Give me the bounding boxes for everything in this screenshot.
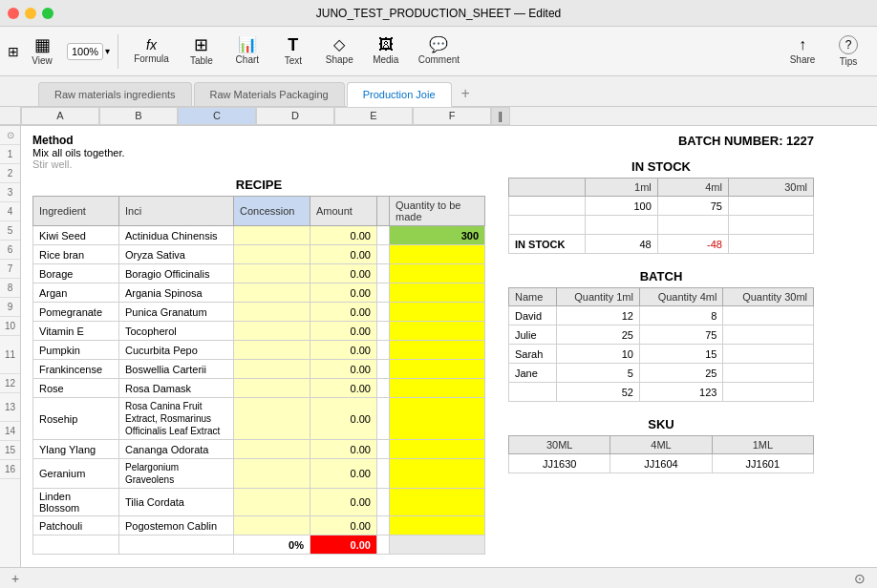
tab-raw-materials[interactable]: Raw materials ingredients [38, 82, 192, 106]
inci-kiwi[interactable]: Actinidua Chinensis [119, 226, 234, 245]
recipe-row-14[interactable]: Linden Blossom Tilia Cordata 0.00 [33, 489, 485, 516]
concession-pumpkin[interactable] [234, 341, 310, 360]
qty-rice[interactable] [390, 245, 485, 264]
inci-borage[interactable]: Boragio Officinalis [119, 264, 234, 284]
ingredient-ylang[interactable]: Ylang Ylang [33, 440, 119, 459]
recipe-row-13[interactable]: Geranium Pelargonium Graveolens 0.00 [33, 459, 485, 489]
amount-borage[interactable]: 0.00 [310, 264, 377, 284]
qty-rose[interactable] [390, 379, 485, 398]
recipe-row-2[interactable]: Kiwi Seed Actinidua Chinensis 0.00 300 [33, 226, 485, 245]
concession-borage[interactable] [234, 264, 310, 284]
inci-pomegranate[interactable]: Punica Granatum [119, 303, 234, 322]
recipe-row-9[interactable]: Frankincense Boswellia Carterii 0.00 [33, 360, 485, 379]
inci-geranium[interactable]: Pelargonium Graveolens [119, 459, 234, 489]
inci-rosehip[interactable]: Rosa Canina Fruit Extract, Rosmarinus Of… [119, 398, 234, 440]
inci-rice[interactable]: Oryza Sativa [119, 245, 234, 264]
col-header-B[interactable]: B [99, 107, 178, 125]
zoom-value[interactable]: 100% [67, 43, 103, 60]
amount-geranium[interactable]: 0.00 [310, 459, 377, 489]
inci-patchouli[interactable]: Pogostemon Cablin [119, 516, 234, 536]
inci-argan[interactable]: Argania Spinosa [119, 284, 234, 303]
ingredient-total[interactable] [33, 536, 119, 555]
inci-total[interactable] [119, 536, 234, 555]
recipe-row-16[interactable]: 0% 0.00 [33, 536, 485, 555]
amount-total[interactable]: 0.00 [310, 536, 377, 555]
zoom-display[interactable]: 100% ▾ [67, 43, 110, 60]
ingredient-borage[interactable]: Borage [33, 264, 119, 284]
qty-borage[interactable] [390, 264, 485, 284]
col-header-C[interactable]: C [178, 107, 256, 125]
concession-rice[interactable] [234, 245, 310, 264]
recipe-row-11[interactable]: Rosehip Rosa Canina Fruit Extract, Rosma… [33, 398, 485, 440]
amount-patchouli[interactable]: 0.00 [310, 516, 377, 536]
qty-argan[interactable] [390, 284, 485, 303]
scroll-indicator[interactable]: ⊙ [854, 571, 866, 586]
maximize-button[interactable] [42, 8, 53, 19]
tab-packaging[interactable]: Raw Materials Packaging [194, 82, 345, 106]
concession-frankincense[interactable] [234, 360, 310, 379]
view-button[interactable]: ▦ View [21, 32, 63, 70]
concession-patchouli[interactable] [234, 516, 310, 536]
concession-argan[interactable] [234, 284, 310, 303]
close-button[interactable] [8, 8, 19, 19]
ingredient-vitamine[interactable]: Vitamin E [33, 322, 119, 341]
media-button[interactable]: 🖼 Media [365, 33, 407, 69]
qty-pomegranate[interactable] [390, 303, 485, 322]
amount-frankincense[interactable]: 0.00 [310, 360, 377, 379]
qty-linden[interactable] [390, 489, 485, 516]
amount-vitamine[interactable]: 0.00 [310, 322, 377, 341]
table-button[interactable]: ⊞ Table [181, 32, 223, 70]
recipe-row-10[interactable]: Rose Rosa Damask 0.00 [33, 379, 485, 398]
ingredient-rice[interactable]: Rice bran [33, 245, 119, 264]
amount-rose[interactable]: 0.00 [310, 379, 377, 398]
col-header-E[interactable]: E [334, 107, 413, 125]
qty-ylang[interactable] [390, 440, 485, 459]
tips-button[interactable]: ? Tips [827, 32, 869, 71]
formula-button[interactable]: fx Formula [126, 34, 177, 68]
amount-argan[interactable]: 0.00 [310, 284, 377, 303]
share-button[interactable]: ↑ Share [781, 33, 824, 69]
qty-geranium[interactable] [390, 459, 485, 489]
concession-linden[interactable] [234, 489, 310, 516]
inci-frankincense[interactable]: Boswellia Carterii [119, 360, 234, 379]
ingredient-frankincense[interactable]: Frankincense [33, 360, 119, 379]
col-header-A[interactable]: A [21, 107, 99, 125]
inci-pumpkin[interactable]: Cucurbita Pepo [119, 341, 234, 360]
ingredient-kiwi[interactable]: Kiwi Seed [33, 226, 119, 245]
sheet-content[interactable]: Method Mix all oils together. Stir well.… [21, 126, 877, 567]
qty-frankincense[interactable] [390, 360, 485, 379]
recipe-row-7[interactable]: Vitamin E Tocopherol 0.00 [33, 322, 485, 341]
amount-ylang[interactable]: 0.00 [310, 440, 377, 459]
col-header-F[interactable]: F [413, 107, 491, 125]
tab-production[interactable]: Production Joie [347, 82, 452, 107]
concession-vitamine[interactable] [234, 322, 310, 341]
concession-rosehip[interactable] [234, 398, 310, 440]
text-button[interactable]: T Text [272, 32, 314, 70]
qty-patchouli[interactable] [390, 516, 485, 536]
concession-total[interactable]: 0% [234, 536, 310, 555]
recipe-row-8[interactable]: Pumpkin Cucurbita Pepo 0.00 [33, 341, 485, 360]
amount-rice[interactable]: 0.00 [310, 245, 377, 264]
ingredient-patchouli[interactable]: Patchouli [33, 516, 119, 536]
ingredient-pomegranate[interactable]: Pomegranate [33, 303, 119, 322]
chart-button[interactable]: 📊 Chart [226, 33, 268, 69]
qty-total[interactable] [390, 536, 485, 555]
recipe-row-3[interactable]: Rice bran Oryza Sativa 0.00 [33, 245, 485, 264]
concession-ylang[interactable] [234, 440, 310, 459]
qty-vitamine[interactable] [390, 322, 485, 341]
concession-pomegranate[interactable] [234, 303, 310, 322]
ingredient-pumpkin[interactable]: Pumpkin [33, 341, 119, 360]
qty-rosehip[interactable] [390, 398, 485, 440]
recipe-row-5[interactable]: Argan Argania Spinosa 0.00 [33, 284, 485, 303]
ingredient-geranium[interactable]: Geranium [33, 459, 119, 489]
col-header-D[interactable]: D [256, 107, 334, 125]
ingredient-argan[interactable]: Argan [33, 284, 119, 303]
zoom-dropdown-icon[interactable]: ▾ [105, 46, 110, 56]
amount-rosehip[interactable]: 0.00 [310, 398, 377, 440]
add-tab-button[interactable]: + [454, 81, 478, 106]
amount-pomegranate[interactable]: 0.00 [310, 303, 377, 322]
ingredient-rose[interactable]: Rose [33, 379, 119, 398]
inci-rose[interactable]: Rosa Damask [119, 379, 234, 398]
recipe-row-15[interactable]: Patchouli Pogostemon Cablin 0.00 [33, 516, 485, 536]
minimize-button[interactable] [25, 8, 36, 19]
